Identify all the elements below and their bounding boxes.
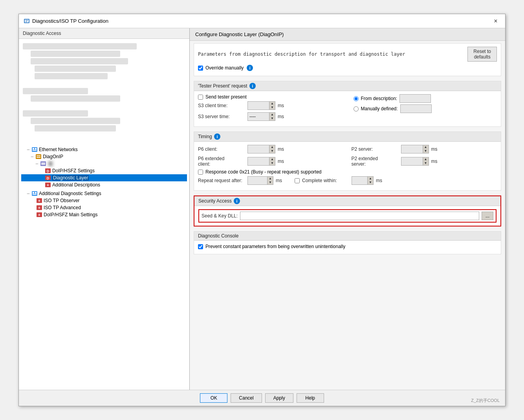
p6-client-row: P6 client: ▲ ▼ ms — [198, 145, 344, 153]
ok-button[interactable]: OK — [200, 393, 227, 403]
s3-client-down[interactable]: ▼ — [269, 106, 275, 110]
ethernet-label: Ethernet Networks — [39, 147, 78, 152]
p6-client-spin-buttons: ▲ ▼ — [269, 145, 275, 153]
manually-input[interactable] — [400, 104, 432, 113]
blurred-mid-area — [19, 85, 189, 104]
complete-within-up[interactable]: ▲ — [368, 177, 373, 181]
tree-node-additional-desc[interactable]: + Additional Descriptions — [21, 181, 187, 188]
doip-main-label: DoIP/HSFZ Main Settings — [44, 212, 97, 217]
expander-doip-main — [30, 212, 36, 218]
expander-iso-observer — [30, 197, 36, 204]
p6-extended-down[interactable]: ▼ — [269, 161, 275, 165]
s3-server-label: S3 server time: — [198, 114, 245, 119]
tree-node-iso-tp-observer[interactable]: + ISO TP Observer — [21, 197, 187, 204]
expander-add-diag[interactable]: ─ — [25, 190, 31, 197]
p2-server-up[interactable]: ▲ — [423, 145, 429, 149]
s3-client-input[interactable] — [247, 101, 269, 110]
p2-extended-up[interactable]: ▲ — [423, 157, 429, 161]
svg-rect-5 — [32, 147, 37, 152]
tree-node-additional-diag[interactable]: ─ Additional Diagnostic Settings — [21, 190, 187, 197]
tree-node-doip-main[interactable]: + DoIP/HSFZ Main Settings — [21, 211, 187, 218]
console-header: Diagnostic Console — [194, 232, 501, 241]
tree-node-diagonip[interactable]: ─ DiagOnIP — [21, 153, 187, 160]
svg-text:D: D — [47, 169, 49, 173]
p2-server-down[interactable]: ▼ — [423, 149, 429, 153]
params-description: Parameters from diagnostic description f… — [198, 51, 405, 57]
expander-diagonip[interactable]: ─ — [29, 153, 35, 160]
repeat-request-down[interactable]: ▼ — [267, 181, 273, 184]
prevent-overwrite-checkbox[interactable] — [198, 244, 203, 249]
s3-client-up[interactable]: ▲ — [269, 102, 275, 106]
p6-extended-input[interactable] — [247, 157, 269, 166]
send-tester-checkbox[interactable] — [198, 95, 203, 100]
p2-extended-spin: ▲ ▼ — [401, 157, 429, 166]
p6-client-up[interactable]: ▲ — [269, 145, 275, 149]
svg-rect-9 — [36, 154, 41, 159]
complete-within-input[interactable] — [352, 176, 367, 185]
from-desc-radio[interactable] — [354, 96, 359, 101]
blurred-top-area — [19, 40, 189, 82]
complete-within-spin: ▲ ▼ — [352, 176, 374, 185]
tree-node-device[interactable]: ─ 1 — [21, 160, 187, 167]
security-header: Security Access i — [194, 196, 500, 206]
complete-within-down[interactable]: ▼ — [368, 181, 373, 184]
reset-defaults-button[interactable]: Reset to defaults — [467, 47, 497, 62]
response-code-row: Response code 0x21 (Busy - repeat reques… — [198, 169, 497, 175]
main-dialog: Diagnostics/ISO TP Configuration × Diagn… — [18, 14, 506, 406]
s3-server-spin: ▲ ▼ — [247, 112, 275, 121]
complete-within-checkbox[interactable] — [295, 178, 300, 183]
device-icon — [40, 161, 46, 166]
security-info-icon[interactable]: i — [234, 198, 240, 204]
s3-server-up[interactable]: ▲ — [269, 113, 275, 117]
p2-extended-unit: ms — [431, 159, 438, 164]
expander-device[interactable]: ─ — [34, 161, 40, 167]
browse-button[interactable]: ... — [482, 212, 493, 220]
tree-node-ethernet[interactable]: ─ Ethernet Networks — [21, 146, 187, 153]
p2-extended-input[interactable] — [401, 157, 423, 166]
p6-client-input[interactable] — [247, 145, 269, 153]
repeat-request-input[interactable] — [247, 176, 267, 185]
timing-info-icon[interactable]: i — [214, 133, 220, 140]
additional-desc-icon: + — [45, 182, 51, 188]
timing-section: Timing i P6 client: ▲ ▼ — [194, 131, 501, 191]
p2-server-input[interactable] — [401, 145, 423, 153]
s3-server-down[interactable]: ▼ — [269, 117, 275, 121]
left-panel-content[interactable]: ─ Ethernet Networks ─ DiagOnIP — [19, 39, 189, 390]
tester-info-icon[interactable]: i — [249, 83, 256, 89]
from-desc-input[interactable] — [399, 94, 431, 103]
expander-add-desc — [38, 182, 45, 188]
override-info-icon[interactable]: i — [247, 65, 253, 71]
svg-rect-2 — [26, 20, 28, 20]
cancel-button[interactable]: Cancel — [231, 393, 262, 403]
apply-button[interactable]: Apply — [265, 393, 293, 403]
repeat-request-up[interactable]: ▲ — [267, 177, 273, 181]
s3-server-input[interactable] — [247, 112, 269, 121]
svg-text:+: + — [38, 199, 40, 203]
doip-settings-icon: D — [45, 168, 51, 173]
manually-radio[interactable] — [354, 106, 359, 111]
tree-node-doip-settings[interactable]: D DoIP/HSFZ Settings — [21, 167, 187, 174]
p6-extended-up[interactable]: ▲ — [269, 157, 275, 161]
tree-node-iso-tp-advanced[interactable]: + ISO TP Advanced — [21, 204, 187, 211]
diagnostic-layer-label: Diagnostic Layer — [52, 175, 89, 181]
p2-extended-row: P2 extendedserver: ▲ ▼ ms — [352, 156, 497, 167]
p2-server-label: P2 server: — [352, 146, 399, 152]
help-button[interactable]: Help — [297, 393, 324, 403]
p2-extended-down[interactable]: ▼ — [423, 161, 429, 165]
expander-iso-advanced — [30, 205, 36, 211]
doip-main-icon: + — [36, 212, 42, 217]
svg-rect-20 — [32, 191, 37, 196]
p6-client-down[interactable]: ▼ — [269, 149, 275, 153]
close-button[interactable]: × — [491, 16, 500, 26]
seed-key-input[interactable] — [240, 212, 479, 220]
expander-ethernet[interactable]: ─ — [25, 146, 31, 153]
repeat-ms-unit: ms — [276, 178, 282, 183]
response-code-checkbox[interactable] — [198, 170, 203, 175]
override-label: Override manually — [205, 65, 244, 71]
svg-rect-6 — [33, 148, 34, 150]
additional-diag-label: Additional Diagnostic Settings — [39, 191, 101, 196]
p2-server-spin-buttons: ▲ ▼ — [423, 145, 429, 153]
override-checkbox[interactable] — [198, 66, 203, 71]
tester-content: Send tester present S3 client time: ▲ ▼ — [194, 91, 501, 126]
tree-node-diagnostic-layer[interactable]: D Diagnostic Layer — [21, 174, 187, 181]
